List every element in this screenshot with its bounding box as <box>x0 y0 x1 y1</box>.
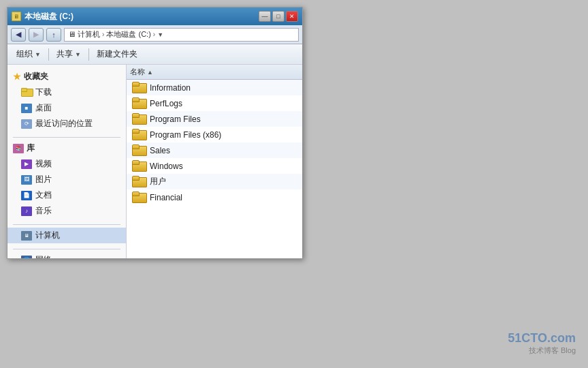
folder-icon <box>132 129 146 140</box>
sidebar-item-video[interactable]: ▶ 视频 <box>7 156 126 172</box>
new-folder-button[interactable]: 新建文件夹 <box>93 47 141 61</box>
path-drive: 本地磁盘 (C:) <box>106 29 150 40</box>
watermark: 51CTO.com 技术博客 Blog <box>508 331 576 356</box>
folder-icon <box>132 113 146 125</box>
doc-icon: 📄 <box>21 191 32 200</box>
sidebar: ★ 收藏夹 下载 ■ 桌面 ⟳ 最近访问的位置 <box>7 65 127 258</box>
star-icon: ★ <box>13 72 21 82</box>
sidebar-item-computer[interactable]: 🖥 计算机 <box>7 228 126 243</box>
desktop-icon: ■ <box>21 104 32 113</box>
address-path[interactable]: 🖥 计算机 › 本地磁盘 (C:) › ▼ <box>64 28 299 42</box>
folder-item-perflogs[interactable]: PerfLogs <box>127 95 302 111</box>
recent-icon: ⟳ <box>21 119 32 129</box>
up-button[interactable]: ↑ <box>46 28 61 42</box>
explorer-window: 🖥 本地磁盘 (C:) — □ ✕ ◀ ▶ ↑ 🖥 计算机 › 本地磁盘 (C:… <box>7 7 303 259</box>
computer-section: 🖥 计算机 <box>7 228 126 243</box>
library-header: 📚 库 <box>7 140 126 156</box>
folder-item-program-files-x86[interactable]: Program Files (x86) <box>127 127 302 142</box>
titlebar: 🖥 本地磁盘 (C:) — □ ✕ <box>7 7 302 25</box>
share-button[interactable]: 共享 ▼ <box>53 47 84 61</box>
favorites-section: ★ 收藏夹 下载 ■ 桌面 ⟳ 最近访问的位置 <box>7 69 126 132</box>
window-title: 本地磁盘 (C:) <box>24 11 74 22</box>
forward-button[interactable]: ▶ <box>29 28 44 42</box>
folder-icon <box>132 97 146 109</box>
sidebar-item-downloads[interactable]: 下载 <box>7 85 126 100</box>
sidebar-item-network[interactable]: 🌐 网络 <box>7 252 126 258</box>
divider-2 <box>13 224 120 225</box>
folder-item-financial[interactable]: Financial <box>127 189 302 205</box>
path-computer: 🖥 计算机 <box>68 29 100 40</box>
sidebar-item-music[interactable]: ♪ 音乐 <box>7 203 126 219</box>
music-icon: ♪ <box>21 206 32 216</box>
folder-item-sales[interactable]: Sales <box>127 142 302 158</box>
folder-icon <box>132 191 146 203</box>
close-button[interactable]: ✕ <box>286 11 298 22</box>
video-icon: ▶ <box>21 159 32 169</box>
back-button[interactable]: ◀ <box>11 28 26 42</box>
maximize-button[interactable]: □ <box>272 11 284 22</box>
folder-icon <box>132 82 146 93</box>
favorites-header: ★ 收藏夹 <box>7 69 126 85</box>
path-dropdown[interactable]: ▼ <box>157 31 163 38</box>
toolbar: 组织 ▼ 共享 ▼ 新建文件夹 <box>7 44 302 65</box>
minimize-button[interactable]: — <box>259 11 271 22</box>
network-section: 🌐 网络 <box>7 252 126 258</box>
sidebar-item-recent[interactable]: ⟳ 最近访问的位置 <box>7 116 126 132</box>
file-list: 名称 ▲ Information PerfLogs Program Files … <box>127 65 302 258</box>
folder-item-windows[interactable]: Windows <box>127 158 302 174</box>
sidebar-item-photos[interactable]: 🖼 图片 <box>7 172 126 187</box>
network-icon: 🌐 <box>21 256 32 259</box>
toolbar-divider-2 <box>88 48 89 61</box>
folder-icon <box>21 88 32 97</box>
library-section: 📚 库 ▶ 视频 🖼 图片 📄 文档 ♪ 音乐 <box>7 140 126 219</box>
library-icon: 📚 <box>13 144 24 153</box>
column-name[interactable]: 名称 ▲ <box>130 67 299 77</box>
titlebar-buttons: — □ ✕ <box>259 11 298 22</box>
window-icon: 🖥 <box>12 12 21 21</box>
folder-icon <box>132 144 146 156</box>
divider-1 <box>13 137 120 138</box>
folder-icon <box>132 160 146 172</box>
photo-icon: 🖼 <box>21 175 32 185</box>
toolbar-divider-1 <box>48 48 49 61</box>
file-list-header: 名称 ▲ <box>127 65 302 80</box>
folder-item-program-files[interactable]: Program Files <box>127 111 302 127</box>
folder-icon <box>132 176 146 187</box>
computer-icon: 🖥 <box>21 231 32 241</box>
folder-item-users[interactable]: 用户 <box>127 174 302 189</box>
main-content: ★ 收藏夹 下载 ■ 桌面 ⟳ 最近访问的位置 <box>7 65 302 258</box>
titlebar-left: 🖥 本地磁盘 (C:) <box>12 11 74 22</box>
sidebar-item-docs[interactable]: 📄 文档 <box>7 187 126 203</box>
watermark-sub: 技术博客 Blog <box>508 346 576 356</box>
watermark-site: 51CTO.com <box>508 331 576 346</box>
organize-button[interactable]: 组织 ▼ <box>13 47 44 61</box>
folder-item-information[interactable]: Information <box>127 80 302 95</box>
sidebar-item-desktop[interactable]: ■ 桌面 <box>7 100 126 116</box>
divider-3 <box>13 249 120 249</box>
addressbar: ◀ ▶ ↑ 🖥 计算机 › 本地磁盘 (C:) › ▼ <box>7 25 302 44</box>
